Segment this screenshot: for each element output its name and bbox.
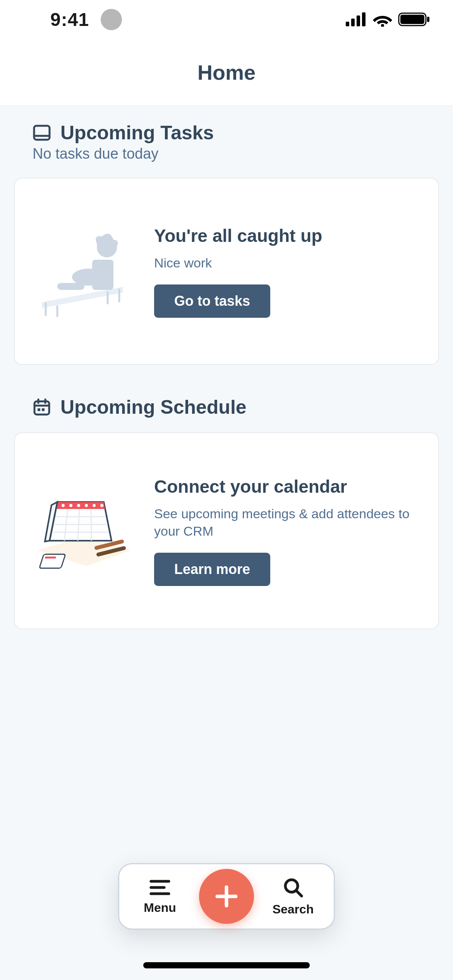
svg-rect-6	[400, 15, 424, 24]
svg-rect-7	[427, 17, 429, 22]
go-to-tasks-button[interactable]: Go to tasks	[154, 284, 270, 318]
menu-label: Menu	[144, 901, 176, 915]
search-label: Search	[273, 902, 314, 917]
recording-indicator-icon	[101, 9, 122, 30]
tasks-section-header: Upcoming Tasks	[33, 122, 439, 144]
app-header: Home	[0, 39, 453, 106]
tasks-heading: Upcoming Tasks	[60, 122, 214, 144]
tasks-empty-card: You're all caught up Nice work Go to tas…	[14, 178, 439, 365]
tasks-card-desc: Nice work	[154, 254, 419, 272]
svg-rect-36	[39, 554, 65, 568]
svg-line-35	[91, 509, 91, 541]
svg-rect-3	[362, 12, 365, 26]
tasks-card-title: You're all caught up	[154, 225, 419, 247]
add-button[interactable]	[199, 869, 254, 924]
svg-point-29	[100, 504, 103, 507]
tasks-icon	[33, 123, 51, 142]
battery-icon	[398, 12, 430, 27]
svg-point-27	[85, 504, 88, 507]
svg-rect-22	[38, 408, 40, 411]
search-icon	[282, 877, 304, 898]
schedule-card-title: Connect your calendar	[154, 476, 419, 498]
svg-rect-18	[34, 401, 49, 415]
home-indicator[interactable]	[143, 962, 310, 968]
calendar-illustration	[34, 481, 135, 581]
learn-more-button[interactable]: Learn more	[154, 553, 270, 586]
menu-button[interactable]: Menu	[135, 878, 185, 915]
svg-point-28	[93, 504, 96, 507]
svg-rect-23	[42, 408, 45, 411]
schedule-heading: Upcoming Schedule	[60, 396, 247, 418]
cellular-icon	[346, 12, 367, 26]
schedule-card-desc: See upcoming meetings & add attendees to…	[154, 505, 419, 541]
status-time: 9:41	[50, 9, 89, 30]
svg-rect-1	[351, 19, 355, 26]
bottom-nav: Menu Search	[118, 863, 335, 930]
status-icons	[346, 12, 430, 27]
svg-rect-2	[357, 15, 360, 26]
svg-point-26	[77, 504, 80, 507]
svg-point-24	[62, 504, 65, 507]
relaxing-illustration	[34, 221, 135, 322]
wifi-icon	[372, 12, 393, 27]
svg-rect-8	[34, 126, 50, 140]
svg-point-25	[69, 504, 72, 507]
svg-point-4	[381, 24, 384, 27]
svg-line-46	[296, 891, 302, 896]
search-button[interactable]: Search	[268, 877, 318, 917]
status-bar: 9:41	[0, 0, 453, 39]
page-title: Home	[197, 60, 256, 84]
svg-rect-16	[57, 283, 84, 290]
schedule-section-header: Upcoming Schedule	[33, 396, 439, 418]
plus-icon	[213, 882, 240, 910]
schedule-connect-card: Connect your calendar See upcoming meeti…	[14, 432, 439, 629]
svg-rect-0	[346, 22, 349, 26]
tasks-subtitle: No tasks due today	[33, 146, 439, 162]
svg-rect-37	[45, 557, 57, 559]
menu-icon	[149, 878, 171, 897]
calendar-icon	[33, 398, 51, 416]
